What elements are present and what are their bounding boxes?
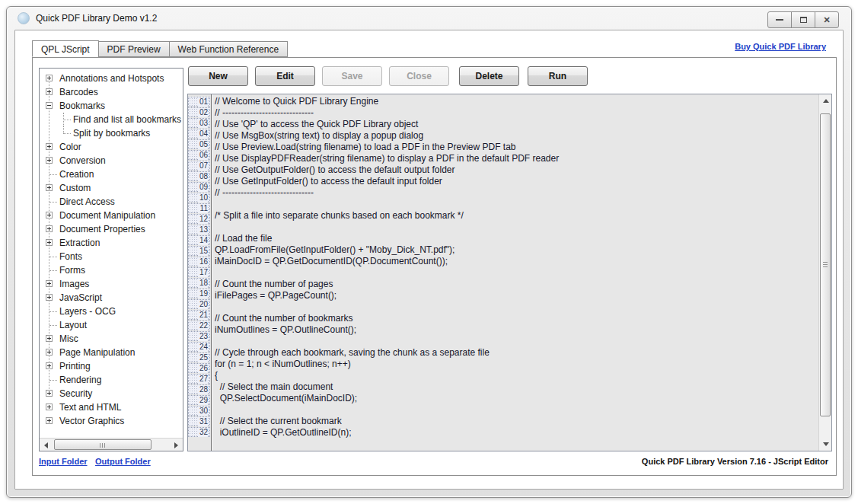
line-number: 17 xyxy=(188,267,210,277)
code-line xyxy=(215,301,818,313)
tree-item-text-and-html[interactable]: Text and HTML xyxy=(40,400,183,414)
tree-item-label: JavaScript xyxy=(59,291,102,305)
tree-item-rendering[interactable]: Rendering xyxy=(40,373,183,387)
tree-item-document-manipulation[interactable]: Document Manipulation xyxy=(40,209,183,222)
line-number: 29 xyxy=(188,395,210,405)
thumb-grip-icon xyxy=(100,443,106,448)
code-line: // Select the current bookmark xyxy=(215,416,818,427)
line-number: 02 xyxy=(188,107,210,117)
scrollbar-thumb[interactable] xyxy=(820,113,831,416)
tree-item-vector-graphics[interactable]: Vector Graphics xyxy=(40,414,183,428)
collapse-icon[interactable] xyxy=(46,102,53,109)
expand-icon[interactable] xyxy=(46,417,53,424)
expand-icon[interactable] xyxy=(46,362,53,369)
expand-icon[interactable] xyxy=(46,404,53,410)
run-button[interactable]: Run xyxy=(528,66,588,86)
tree-item-custom[interactable]: Custom xyxy=(40,181,183,195)
tree-item-label: Layout xyxy=(59,318,87,332)
code-area[interactable]: // Welcome to Quick PDF Library Engine//… xyxy=(215,94,818,451)
tree-item-misc[interactable]: Misc xyxy=(40,332,183,346)
expand-icon[interactable] xyxy=(46,88,53,95)
tree-connector xyxy=(49,174,57,175)
minimize-button[interactable] xyxy=(767,11,792,28)
line-number: 14 xyxy=(188,235,210,245)
tree-item-javascript[interactable]: JavaScript xyxy=(40,291,183,305)
script-editor[interactable]: 0102030405060708091011121314151617181920… xyxy=(187,94,832,451)
line-number: 24 xyxy=(188,342,210,352)
scroll-left-button[interactable] xyxy=(40,439,53,451)
code-line xyxy=(215,336,818,347)
line-number: 09 xyxy=(188,182,210,192)
tree-item-label: Conversion xyxy=(59,154,106,167)
tree-item-annotations-and-hotspots[interactable]: Annotations and Hotspots xyxy=(40,72,183,85)
code-line: // Get the destination page number xyxy=(215,450,818,451)
expand-icon[interactable] xyxy=(46,390,53,397)
expand-icon[interactable] xyxy=(46,184,53,191)
tree-item-forms[interactable]: Forms xyxy=(40,263,183,277)
tree-item-page-manipulation[interactable]: Page Manipulation xyxy=(40,346,183,359)
tree-item-bookmarks[interactable]: Bookmarks xyxy=(40,99,183,113)
expand-icon[interactable] xyxy=(46,349,53,356)
scroll-down-icon xyxy=(823,442,829,446)
expand-icon[interactable] xyxy=(46,225,53,232)
title-bar[interactable]: Quick PDF Library Demo v1.2 ✕ xyxy=(7,7,851,30)
code-line: iMainDocID = QP.GetDocumentID(QP.Documen… xyxy=(215,256,818,267)
expand-icon[interactable] xyxy=(46,280,53,287)
delete-button[interactable]: Delete xyxy=(459,66,519,86)
editor-vertical-scrollbar[interactable] xyxy=(818,94,831,451)
maximize-button[interactable] xyxy=(791,11,815,28)
output-folder-link[interactable]: Output Folder xyxy=(95,457,151,466)
tree-connector xyxy=(49,257,57,257)
version-text: Quick PDF Library Version 7.16 - JScript… xyxy=(642,457,828,466)
input-folder-link[interactable]: Input Folder xyxy=(39,457,88,466)
tree-horizontal-scrollbar[interactable] xyxy=(40,438,183,451)
tab-qpl-jscript[interactable]: QPL JScript xyxy=(32,40,99,57)
tree-connector xyxy=(49,380,57,381)
app-icon xyxy=(18,12,30,24)
code-line xyxy=(215,404,818,416)
tab-web-function-reference[interactable]: Web Function Reference xyxy=(169,41,289,57)
code-line: QP.SelectDocument(iMainDocID); xyxy=(215,393,818,404)
scroll-right-icon xyxy=(174,442,178,448)
close-icon: ✕ xyxy=(823,16,830,24)
expand-icon[interactable] xyxy=(46,157,53,164)
tab-pdf-preview[interactable]: PDF Preview xyxy=(98,41,170,57)
expand-icon[interactable] xyxy=(46,335,53,342)
close-button[interactable]: ✕ xyxy=(815,11,839,28)
edit-button[interactable]: Edit xyxy=(255,66,315,86)
tree-item-direct-access[interactable]: Direct Access xyxy=(40,195,183,209)
tree-item-label: Bookmarks xyxy=(59,99,105,113)
code-line: iNumOutlines = QP.OutlineCount(); xyxy=(215,324,818,336)
tree-item-barcodes[interactable]: Barcodes xyxy=(40,85,183,99)
line-number: 21 xyxy=(188,310,210,320)
tree-item-images[interactable]: Images xyxy=(40,277,183,291)
tree-item-creation[interactable]: Creation xyxy=(40,167,183,181)
expand-icon[interactable] xyxy=(46,75,53,81)
tree-item-fonts[interactable]: Fonts xyxy=(40,250,183,263)
tree-item-find-and-list-all-bookmarks[interactable]: Find and list all bookmarks xyxy=(40,113,183,126)
expand-icon[interactable] xyxy=(46,294,53,301)
tree-item-conversion[interactable]: Conversion xyxy=(40,154,183,167)
tree-item-printing[interactable]: Printing xyxy=(40,359,183,373)
expand-icon[interactable] xyxy=(46,212,53,219)
tree-item-security[interactable]: Security xyxy=(40,387,183,400)
tree-item-extraction[interactable]: Extraction xyxy=(40,236,183,250)
buy-quick-pdf-library-link[interactable]: Buy Quick PDF Library xyxy=(735,42,826,51)
tree-item-color[interactable]: Color xyxy=(40,140,183,154)
scroll-up-button[interactable] xyxy=(819,94,832,107)
scroll-right-button[interactable] xyxy=(170,439,183,451)
expand-icon[interactable] xyxy=(46,143,53,150)
expand-icon[interactable] xyxy=(46,239,53,246)
scrollbar-thumb[interactable] xyxy=(54,439,152,450)
new-button[interactable]: New xyxy=(188,66,248,86)
scroll-down-button[interactable] xyxy=(819,438,832,451)
thumb-grip-icon xyxy=(823,262,828,268)
tree-item-layers-ocg[interactable]: Layers - OCG xyxy=(40,305,183,318)
tree-item-layout[interactable]: Layout xyxy=(40,318,183,332)
line-number: 08 xyxy=(188,171,210,181)
line-number: 26 xyxy=(188,363,210,373)
tree-item-document-properties[interactable]: Document Properties xyxy=(40,222,183,236)
tree-connector xyxy=(49,202,57,203)
tree-item-split-by-bookmarks[interactable]: Split by bookmarks xyxy=(40,126,183,140)
code-line: // Welcome to Quick PDF Library Engine xyxy=(215,96,818,107)
